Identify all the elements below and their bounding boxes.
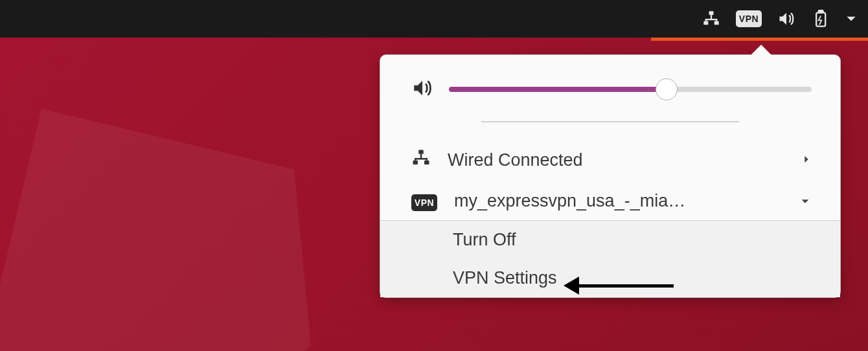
- network-icon: [411, 148, 431, 172]
- vpn-turn-off-label: Turn Off: [453, 230, 812, 250]
- volume-slider-fill: [449, 87, 667, 92]
- volume-row: [380, 77, 840, 121]
- dropdown-icon[interactable]: [845, 12, 858, 25]
- svg-rect-6: [413, 161, 418, 164]
- divider: [481, 121, 739, 122]
- vpn-connection-label: my_expressvpn_usa_-_mia…: [454, 191, 782, 211]
- system-tray[interactable]: VPN: [702, 10, 858, 28]
- vpn-submenu: Turn Off VPN Settings: [380, 220, 840, 297]
- svg-rect-7: [424, 161, 429, 164]
- system-menu-popup: Wired Connected VPN my_expressvpn_usa_-_…: [380, 54, 841, 298]
- svg-rect-3: [816, 13, 825, 27]
- volume-icon[interactable]: [777, 10, 795, 28]
- volume-slider-thumb[interactable]: [656, 78, 678, 100]
- volume-slider[interactable]: [449, 87, 812, 92]
- vpn-settings-item[interactable]: VPN Settings: [380, 259, 840, 297]
- svg-rect-0: [709, 11, 714, 15]
- volume-icon: [411, 77, 433, 102]
- vpn-connection-item[interactable]: VPN my_expressvpn_usa_-_mia…: [380, 181, 840, 220]
- svg-rect-4: [819, 10, 823, 13]
- vpn-icon[interactable]: VPN: [736, 10, 762, 27]
- top-bar: VPN: [0, 0, 868, 38]
- svg-rect-1: [703, 21, 708, 25]
- battery-icon[interactable]: [811, 10, 829, 28]
- wired-network-label: Wired Connected: [448, 150, 784, 170]
- wired-network-item[interactable]: Wired Connected: [380, 139, 840, 181]
- chevron-right-icon: [801, 150, 812, 170]
- vpn-icon: VPN: [411, 190, 437, 211]
- active-indicator: [651, 38, 868, 41]
- vpn-settings-label: VPN Settings: [453, 268, 812, 288]
- network-icon[interactable]: [702, 10, 720, 28]
- svg-rect-5: [418, 150, 424, 154]
- vpn-turn-off-item[interactable]: Turn Off: [380, 221, 840, 259]
- wallpaper-shape: [0, 109, 311, 351]
- svg-rect-2: [714, 21, 719, 25]
- chevron-down-icon: [799, 191, 812, 211]
